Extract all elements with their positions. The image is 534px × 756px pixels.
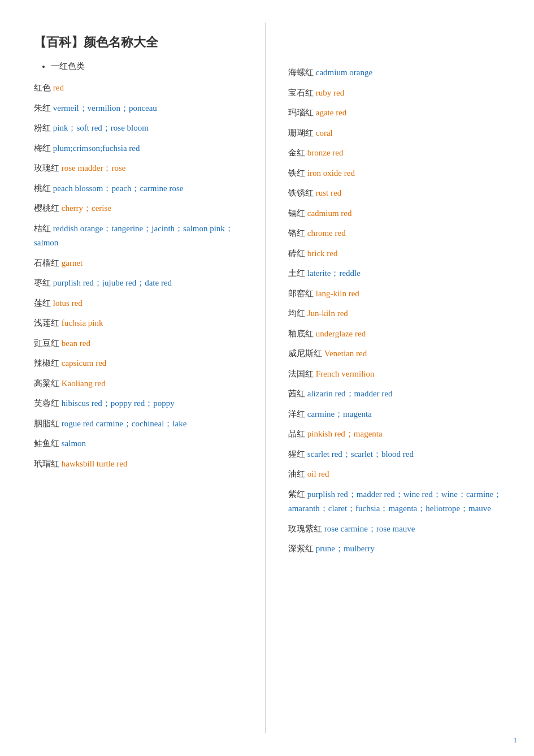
english-name: rogue red carmine；cochineal；lake [62,419,187,428]
list-item: 茜红 alizarin red；madder red [288,387,517,401]
chinese-name: 玫瑰红 [34,163,62,172]
list-item: 樱桃红 cherry；cerise [34,201,248,216]
list-item: 猩红 scarlet red；scarlet；blood red [288,447,517,462]
chinese-name: 鲑鱼红 [34,439,62,448]
list-item: 胭脂红 rogue red carmine；cochineal；lake [34,417,248,431]
chinese-name: 深紫红 [288,544,316,553]
list-item: 宝石红 ruby red [288,86,517,101]
english-name: iron oxide red [307,169,355,178]
list-item: 法国红 French vermilion [288,367,517,382]
list-item: 深紫红 prune；mulberry [288,542,517,556]
chinese-name: 豇豆红 [34,339,62,348]
list-item: 玳瑁红 hawksbill turtle red [34,457,248,472]
list-item: 铁红 iron oxide red [288,166,517,181]
chinese-name: 红色 [34,83,53,92]
list-item: 枣红 purplish red；jujube red；date red [34,276,248,291]
english-name: peach blossom；peach；carmine rose [53,184,184,193]
list-item: 海螺红 cadmium orange [288,66,517,80]
chinese-name: 紫红 [288,490,307,499]
chinese-name: 砖红 [288,249,307,258]
english-name: oil red [307,469,329,478]
english-name: hawksbill turtle red [62,459,128,468]
chinese-name: 高粱红 [34,379,62,388]
list-item: 梅红 plum;crimson;fuchsia red [34,141,248,156]
list-item: 均红 Jun-kiln red [288,306,517,321]
right-column: 海螺红 cadmium orange宝石红 ruby red玛瑙红 agate … [266,23,534,733]
chinese-name: 玛瑙红 [288,108,316,117]
list-item: 朱红 vermeil；vermilion；ponceau [34,101,248,116]
english-name: Kaoliang red [62,379,106,388]
english-name: brick red [307,249,338,258]
english-name: prune；mulberry [316,544,375,553]
list-item: 高粱红 Kaoliang red [34,377,248,391]
section-header: 一红色类 [34,61,248,72]
english-name: cadmium red [307,209,352,218]
english-name: purplish red；madder red；wine red；wine；ca… [288,490,502,513]
english-name: chrome red [307,228,346,237]
list-item: 芙蓉红 hibiscus red；poppy red；poppy [34,396,248,411]
chinese-name: 郎窑红 [288,289,316,298]
english-name: garnet [62,258,83,267]
left-column: 【百科】颜色名称大全 一红色类 红色 red朱红 vermeil；vermili… [0,23,266,733]
english-name: laterite；reddle [307,269,361,278]
english-name: cadmium orange [316,68,372,77]
english-name: lotus red [53,299,83,308]
english-name: pinkish red；magenta [307,429,383,438]
chinese-name: 铁红 [288,169,307,178]
chinese-name: 镉红 [288,209,307,218]
chinese-name: 玳瑁红 [34,459,62,468]
chinese-name: 珊瑚红 [288,128,316,137]
english-name: reddish orange；tangerine；jacinth；salmon … [34,224,233,248]
list-item: 石榴红 garnet [34,256,248,271]
list-item: 土红 laterite；reddle [288,266,517,281]
english-name: Jun-kiln red [307,309,348,318]
english-name: purplish red；jujube red；date red [53,278,172,287]
chinese-name: 品红 [288,429,307,438]
list-item: 豇豆红 bean red [34,336,248,351]
chinese-name: 金红 [288,148,307,157]
chinese-name: 威尼斯红 [288,349,324,358]
english-name: French vermilion [316,369,375,378]
chinese-name: 辣椒红 [34,358,62,368]
chinese-name: 宝石红 [288,88,316,97]
english-name: rust red [316,188,341,197]
chinese-name: 桃红 [34,184,53,193]
chinese-name: 洋红 [288,409,307,418]
english-name: bean red [62,339,90,348]
english-name: plum;crimson;fuchsia red [53,144,140,153]
list-item: 品红 pinkish red；magenta [288,427,517,442]
list-item: 紫红 purplish red；madder red；wine red；wine… [288,487,517,516]
chinese-name: 朱红 [34,103,53,113]
chinese-name: 猩红 [288,450,307,459]
list-item: 鲑鱼红 salmon [34,437,248,451]
english-name: rose madder；rose [62,163,126,172]
chinese-name: 玫瑰紫红 [288,524,324,533]
chinese-name: 芙蓉红 [34,399,62,408]
english-name: ruby red [316,88,344,97]
list-item: 镉红 cadmium red [288,206,517,221]
list-item: 威尼斯红 Venetian red [288,347,517,361]
list-item: 玫瑰红 rose madder；rose [34,161,248,176]
list-item: 莲红 lotus red [34,296,248,311]
english-name: scarlet red；scarlet；blood red [307,450,414,459]
english-name: lang-kiln red [316,289,359,298]
chinese-name: 桔红 [34,224,53,233]
page-number: 1 [514,736,518,745]
chinese-name: 土红 [288,269,307,278]
english-name: bronze red [307,148,344,157]
chinese-name: 海螺红 [288,68,316,77]
english-name: alizarin red；madder red [307,389,393,398]
chinese-name: 浅莲红 [34,318,62,327]
page-title: 【百科】颜色名称大全 [34,34,248,51]
list-item: 砖红 brick red [288,247,517,261]
chinese-name: 均红 [288,309,307,318]
list-item: 釉底红 underglaze red [288,327,517,342]
english-name: agate red [316,108,347,117]
list-item: 玛瑙红 agate red [288,106,517,120]
english-name: Venetian red [324,349,367,358]
chinese-name: 枣红 [34,278,53,287]
list-item: 金红 bronze red [288,146,517,161]
list-item: 洋红 carmine；magenta [288,407,517,422]
chinese-name: 法国红 [288,369,316,378]
english-name: pink；soft red；rose bloom [53,123,149,132]
